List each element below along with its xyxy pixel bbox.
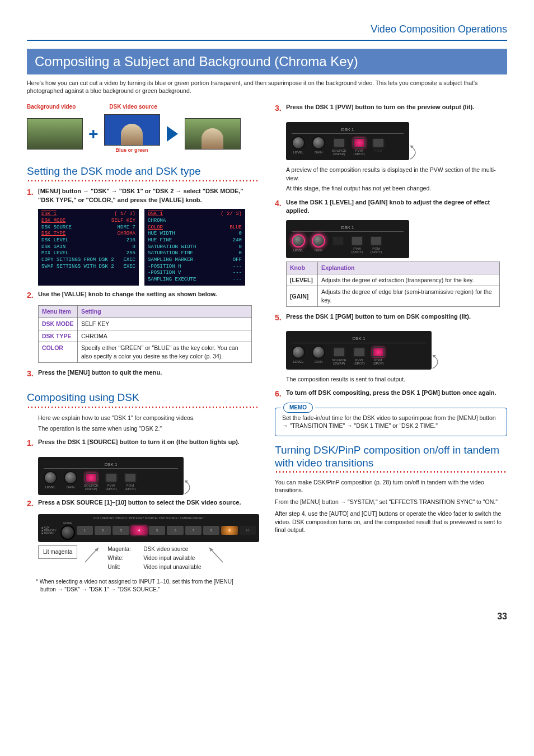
pvw-button[interactable] [351,236,363,246]
level-knob[interactable] [292,346,305,359]
source-button[interactable] [333,138,345,148]
pvw-button[interactable] [105,473,118,483]
table-row: DSK MODESELF KEY [39,318,252,330]
pgm-button[interactable] [372,347,385,357]
memo-box: MEMO Set the fade-in/out time for the DS… [275,408,507,436]
gain-knob[interactable] [64,471,77,484]
memo-tag: MEMO [283,403,313,413]
src-btn-1[interactable]: 1 [77,526,93,535]
section-d-title: Turning DSK/PinP composition on/off in t… [275,444,507,470]
step-number: 5. [275,312,286,324]
step-c5: Press the DSK 1 [PGM] button to turn on … [286,312,507,324]
section-d-p2: From the [MENU] button → "SYSTEM," set "… [275,498,507,506]
table-row: COLORSpecify either "GREEN" or "BLUE" as… [39,342,252,362]
step3-note2: At this stage, the final output has not … [286,184,507,193]
step-number: 4. [275,198,286,216]
pgm-button[interactable] [124,473,137,483]
breadcrumb: Video Composition Operations [27,22,507,41]
step-b1: Press the DSK 1 [SOURCE] button to turn … [38,438,259,449]
section-b-title: Compositing using DSK [27,390,259,405]
legend-row: Lit magenta Magenta:DSK video source Whi… [38,545,248,572]
src-btn-6[interactable]: 6 [167,526,183,535]
divider [27,180,259,181]
page-number: 33 [27,610,507,623]
arrow-right-icon [167,126,178,142]
section-a-title: Setting the DSK mode and DSK type [27,164,259,179]
pvw-button[interactable] [353,138,366,148]
src-btn-3[interactable]: 3 [113,526,129,535]
result-thumb [185,118,241,150]
table-row: DSK TYPECHROMA [39,330,252,342]
legend-item: Unlit:Video input unavailable [107,563,201,571]
plus-icon: + [86,122,101,146]
src-btn-2[interactable]: 2 [95,526,111,535]
divider [275,471,507,473]
step-number: 2. [27,498,38,510]
step-number: 3. [275,103,286,114]
section-d-p3: After step 4, use the [AUTO] and [CUT] b… [275,510,507,534]
gain-knob[interactable] [312,136,325,150]
blue-green-label: Blue or green [104,147,160,154]
section-b-intro2: The operation is the same when using "DS… [38,424,259,433]
step-b2: Press a DSK SOURCE [1]–[10] button to se… [38,498,259,510]
callout-arrow-icon [432,354,454,371]
callout-arrow-icon [184,479,206,496]
pvw-button[interactable] [353,347,366,357]
src-btn-7[interactable]: 7 [185,526,202,535]
footnote: * When selecting a video not assigned to… [36,578,248,594]
source-button[interactable] [333,347,345,357]
composite-diagram: Background video DSK video source + Blue… [27,103,259,154]
level-knob[interactable] [292,234,305,248]
legend-item: Magenta:DSK video source [107,545,201,553]
dsk-panel-source: DSK 1 LEVEL GAIN SOURCE(SWAP) PVW(SPOT) … [38,457,184,495]
src-btn-10[interactable]: 10 [240,526,256,535]
legend-item: White:Video input available [107,554,201,562]
source-button[interactable] [85,473,97,483]
dsk-video-label: DSK video source [109,103,157,111]
step5-note: The composition results is sent to final… [286,375,507,384]
bg-video-label: Background video [27,103,76,111]
menu-screen-1: DSK 1( 1/ 3) DSK MODESELF KEYDSK SOURCEH… [38,209,139,286]
step-a3: Press the [MENU] button to quit the menu… [38,368,259,380]
menu-screen-2: DSK 1( 2/ 3) CHROMA COLORBLUE HUE WIDTH0… [144,209,245,286]
level-knob[interactable] [44,471,57,484]
knob-table: KnobExplanation [LEVEL]Adjusts the degre… [286,262,500,307]
step-c3: Press the DSK 1 [PVW] button to turn on … [286,103,507,114]
memo-body: Set the fade-in/out time for the DSK vid… [282,414,500,430]
callout-arrow-icon [409,144,432,161]
divider [27,407,259,408]
step-number: 2. [27,290,38,301]
callout-arrow-icon [208,545,225,568]
src-btn-9[interactable]: 9 [221,526,237,535]
table-row: [GAIN]Adjusts the degree of edge blur (s… [287,286,500,306]
src-btn-8[interactable]: 8 [203,526,219,535]
step-c4: Use the DSK 1 [LEVEL] and [GAIN] knob to… [286,198,507,216]
src-btn-5[interactable]: 5 [149,526,165,535]
settings-table: Menu itemSetting DSK MODESELF KEY DSK TY… [38,305,252,362]
lit-magenta-label: Lit magenta [38,545,77,559]
intro-text: Here's how you can cut out a video by tu… [27,79,507,95]
mode-knob[interactable] [60,525,75,540]
gain-knob[interactable] [312,234,325,248]
level-knob[interactable] [292,136,305,150]
section-d-p1: You can make DSK/PinP composition (p. 28… [275,478,507,494]
step-c6: To turn off DSK compositing, press the D… [286,389,507,400]
dsk-panel-knobs: DSK 1 LEVEL GAIN PVW(SPOT) PGM(SPOT) [286,220,409,258]
page-title: Compositing a Subject and Background (Ch… [27,49,507,74]
step-number: 3. [27,368,38,380]
step-number: 1. [27,438,38,449]
step3-note1: A preview of the composition results is … [286,166,507,182]
gain-knob[interactable] [312,346,325,359]
dsk-panel-pgm: DSK 1 LEVEL GAIN SOURCE(SWAP) PVW(SPOT) … [286,331,432,369]
dsk-panel-pvw: DSK 1 LEVEL GAIN SOURCE(SWAP) PVW(SPOT) … [286,122,409,160]
section-b-intro1: Here we explain how to use "DSK 1" for c… [38,414,259,422]
pgm-button[interactable] [370,236,382,246]
callout-arrow-icon [84,545,101,568]
table-row: [LEVEL]Adjusts the degree of extraction … [287,274,500,286]
pgm-button[interactable] [372,138,385,148]
bg-thumb [27,118,83,150]
src-btn-4[interactable]: 4 [131,526,147,535]
source-button[interactable] [332,236,344,246]
dsk-thumb [104,114,160,146]
menu-screenshots: DSK 1( 1/ 3) DSK MODESELF KEYDSK SOURCEH… [38,209,259,286]
